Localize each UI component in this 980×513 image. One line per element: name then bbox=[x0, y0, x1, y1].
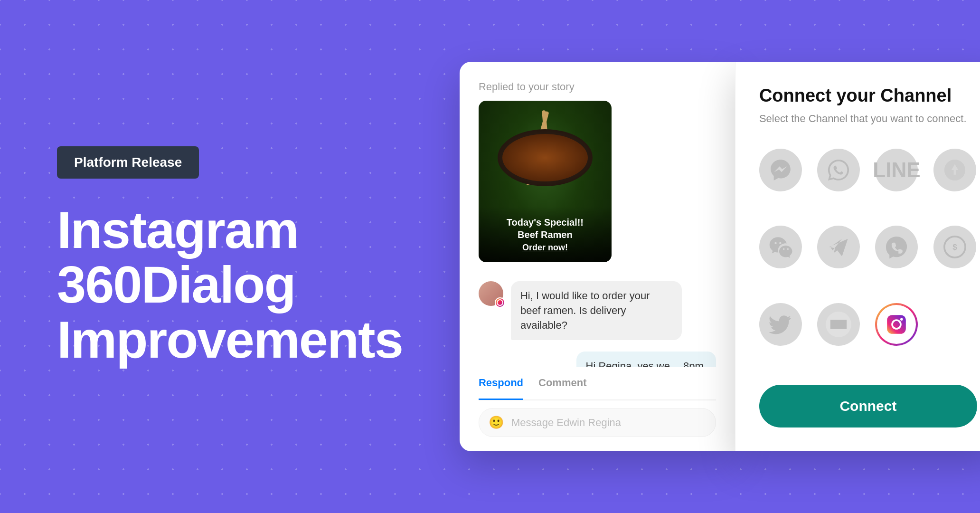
channel-instagram[interactable] bbox=[875, 303, 918, 346]
main-title: Instagram 360Dialog Improvements bbox=[57, 202, 403, 367]
chat-input-row[interactable]: 🙂 Message Edwin Regina bbox=[479, 408, 716, 437]
channel-whatsapp[interactable] bbox=[817, 149, 860, 191]
channel-more-2[interactable]: $ bbox=[933, 226, 976, 268]
title-line3: Improvements bbox=[57, 310, 403, 369]
instagram-badge-1 bbox=[495, 297, 505, 308]
chat-input-placeholder[interactable]: Message Edwin Regina bbox=[511, 417, 621, 429]
message-row-1: Hi, I would like to order your beef rame… bbox=[479, 281, 716, 340]
story-special-text: Today's Special!! Beef Ramen bbox=[486, 216, 604, 241]
channel-more-1[interactable] bbox=[933, 149, 976, 191]
connect-button[interactable]: Connect bbox=[759, 385, 977, 428]
channel-line[interactable]: LINE bbox=[875, 149, 918, 191]
emoji-icon[interactable]: 🙂 bbox=[489, 415, 504, 430]
right-section: Replied to your story Today's Sp bbox=[441, 43, 980, 470]
story-reply-label: Replied to your story bbox=[479, 81, 716, 93]
channel-telegram[interactable] bbox=[817, 226, 860, 268]
title-line2: 360Dialog bbox=[57, 255, 295, 314]
story-image: Today's Special!! Beef Ramen Order now! bbox=[479, 101, 612, 262]
channel-twitter[interactable] bbox=[759, 303, 802, 346]
bowl-outer bbox=[498, 129, 593, 186]
bowl-visual bbox=[498, 110, 593, 196]
left-section: Platform Release Instagram 360Dialog Imp… bbox=[0, 108, 441, 405]
chat-tabs: Respond Comment bbox=[479, 377, 716, 400]
avatar-user1 bbox=[479, 281, 503, 306]
channel-messenger[interactable] bbox=[759, 149, 802, 191]
svg-text:$: $ bbox=[952, 242, 957, 252]
channel-gmail[interactable] bbox=[817, 303, 860, 346]
svg-rect-3 bbox=[887, 315, 906, 334]
badge-label: Platform Release bbox=[57, 146, 199, 179]
bubble-1: Hi, I would like to order your beef rame… bbox=[511, 281, 682, 340]
channel-empty bbox=[933, 303, 976, 366]
chat-panel: Replied to your story Today's Sp bbox=[460, 62, 735, 451]
instagram-inner bbox=[877, 305, 916, 344]
svg-point-5 bbox=[901, 318, 903, 320]
chat-messages: Hi, I would like to order your beef rame… bbox=[479, 281, 716, 367]
title-line1: Instagram bbox=[57, 200, 298, 259]
channel-grid: LINE bbox=[759, 149, 977, 366]
line-label: LINE bbox=[873, 158, 920, 182]
story-cta[interactable]: Order now! bbox=[486, 243, 604, 253]
bowl-soup bbox=[502, 134, 588, 181]
channel-wechat[interactable] bbox=[759, 226, 802, 268]
tab-respond[interactable]: Respond bbox=[479, 377, 523, 400]
story-overlay: Today's Special!! Beef Ramen Order now! bbox=[479, 207, 612, 262]
channel-title: Connect your Channel bbox=[759, 86, 977, 106]
channel-viber[interactable] bbox=[875, 226, 918, 268]
channel-subtitle: Select the Channel that you want to conn… bbox=[759, 113, 977, 125]
bubble-2: Hi Regina, yes we… 8pm. bbox=[576, 352, 716, 367]
tab-comment[interactable]: Comment bbox=[538, 377, 586, 394]
channel-panel: Connect your Channel Select the Channel … bbox=[735, 62, 980, 451]
